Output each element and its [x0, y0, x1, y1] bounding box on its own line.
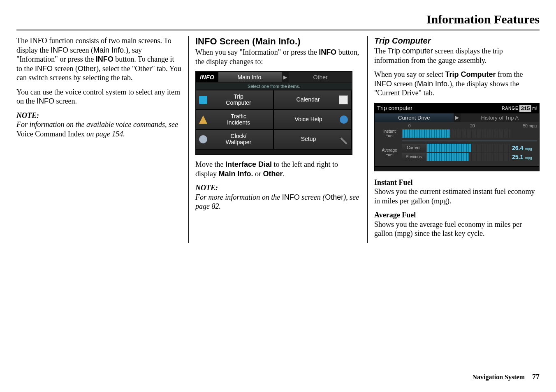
chevron-right-icon: ▶ [282, 74, 289, 80]
interface-dial-paragraph: Move the Interface Dial to the left and … [195, 160, 361, 178]
chevron-right-icon: ▶ [454, 115, 461, 120]
item-label: Traffic Incidents [207, 113, 270, 126]
clock-wallpaper-item[interactable]: Clock/ Wallpaper [196, 129, 274, 149]
tab-main-info[interactable]: Main Info. [218, 72, 282, 82]
note-body: For more information on the INFO screen … [195, 193, 361, 211]
range-label: RANGE [502, 106, 519, 111]
item-label: Trip Computer [207, 94, 270, 106]
intro-paragraph-1: The INFO function consists of two main s… [16, 36, 182, 83]
trip-paragraph-1: The Trip computer screen displays the tr… [374, 46, 540, 65]
instant-fuel-heading: Instant Fuel [374, 178, 540, 187]
column-3: Trip Computer The Trip computer screen d… [368, 36, 540, 243]
trip-computer-item[interactable]: Trip Computer [196, 90, 274, 109]
tab-other[interactable]: Other [289, 72, 352, 82]
avg-current-value: 26.4 mpg [510, 145, 537, 151]
range-value: 315 [519, 105, 532, 112]
instant-fuel-bar [402, 129, 510, 138]
note-label: NOTE: [195, 183, 361, 193]
traffic-incidents-item[interactable]: Traffic Incidents [196, 109, 274, 129]
trip-computer-heading: Trip Computer [374, 36, 540, 46]
avg-previous-bar [426, 153, 510, 161]
avg-previous-value: 25.1 mpg [510, 154, 537, 160]
instant-fuel-text: Shows you the current estimated instant … [374, 187, 540, 205]
help-icon [340, 115, 348, 124]
note-body: For information on the available voice c… [16, 120, 182, 138]
instant-fuel-row: Instant Fuel [377, 129, 537, 138]
item-label: Voice Help [277, 116, 340, 122]
calendar-icon [339, 95, 348, 104]
average-fuel-heading: Average Fuel [374, 210, 540, 220]
column-1: The INFO function consists of two main s… [16, 36, 188, 243]
current-label: Current [402, 144, 426, 152]
setup-item[interactable]: Setup [274, 129, 352, 149]
info-label: INFO [196, 72, 218, 82]
avg-current-bar [426, 144, 510, 152]
average-fuel-text: Shows you the average fuel economy in mi… [374, 220, 540, 238]
calendar-item[interactable]: Calendar [274, 90, 352, 109]
warning-icon [199, 115, 207, 124]
page-footer: Navigation System 77 [472, 373, 540, 381]
previous-label: Previous [402, 153, 426, 161]
intro-paragraph-2: You can use the voice control system to … [16, 88, 182, 106]
trip-computer-figure: Trip computer RANGE 315 mi Current Drive… [374, 103, 540, 171]
tab-current-drive[interactable]: Current Drive [375, 113, 454, 122]
mpg-axis: 0 20 50 mpg [408, 124, 537, 128]
clock-icon [199, 135, 207, 143]
trip-paragraph-2: When you say or select Trip Computer fro… [374, 70, 540, 98]
item-label: Setup [277, 136, 340, 142]
divider [402, 141, 537, 141]
column-2: INFO Screen (Main Info.) When you say "I… [188, 36, 368, 243]
average-fuel-label: Average Fuel [377, 148, 402, 157]
range-unit: mi [532, 106, 537, 111]
fuel-icon [199, 96, 207, 104]
note-label: NOTE: [16, 111, 182, 120]
info-screen-intro: When you say "Information" or press the … [195, 48, 361, 66]
tab-history-trip-a[interactable]: History of Trip A [461, 113, 540, 122]
wrench-icon [341, 138, 348, 145]
avg-previous-row: Previous 25.1 mpg [402, 153, 537, 161]
item-label: Calendar [277, 97, 339, 103]
info-screen-heading: INFO Screen (Main Info.) [195, 36, 361, 47]
instant-fuel-label: Instant Fuel [377, 129, 402, 138]
info-subtitle: Select one from the items. [196, 83, 352, 90]
trip-title: Trip computer [377, 105, 502, 111]
page-title: Information Features [16, 12, 540, 30]
avg-current-row: Current 26.4 mpg [402, 144, 537, 152]
info-screen-figure: INFO Main Info. ▶ Other Select one from … [195, 71, 352, 155]
voice-help-item[interactable]: Voice Help [274, 109, 352, 129]
item-label: Clock/ Wallpaper [207, 133, 270, 146]
